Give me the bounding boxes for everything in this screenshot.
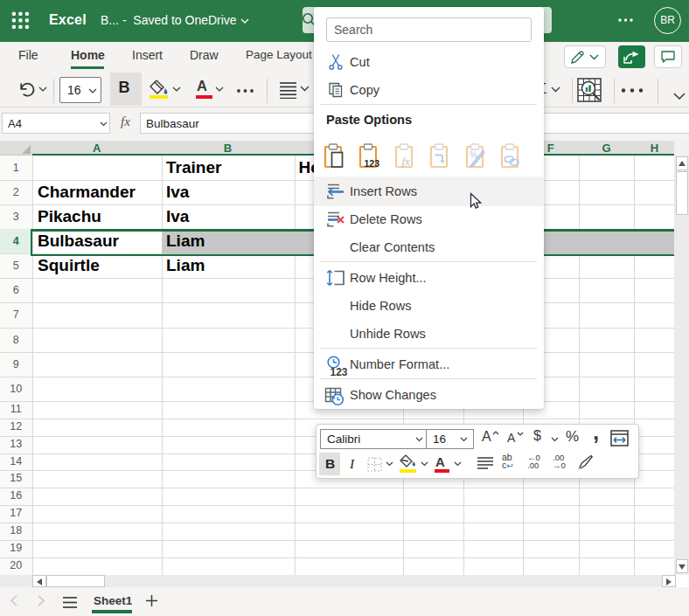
svg-text:123: 123: [331, 366, 348, 377]
svg-text:123: 123: [365, 157, 380, 168]
svg-text:fx: fx: [402, 154, 411, 167]
